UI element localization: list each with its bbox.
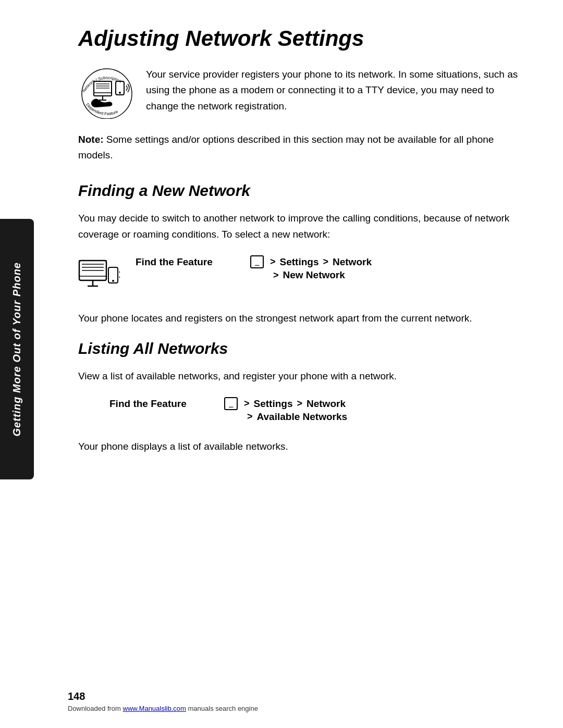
menu-icon-1: ⎯ [250,255,264,268]
intro-text: Your service provider registers your pho… [146,67,521,114]
svg-rect-13 [79,261,106,276]
section1-feature-path: ⎯ > Settings > Network > New Network [250,255,521,281]
section2-path-settings: Settings [254,398,293,410]
download-text: Downloaded from www.Manualslib.com manua… [68,705,521,712]
svg-point-11 [119,92,121,94]
section1-heading: Finding a New Network [78,182,521,200]
svg-rect-3 [94,81,112,96]
page-number: 148 [68,690,521,702]
main-content: Adjusting Network Settings Network / Sub… [78,26,521,454]
sidebar-label: Getting More Out of Your Phone [11,262,23,436]
section2-path-available: Available Networks [257,411,348,423]
svg-point-20 [112,280,114,282]
section1-feature-row: Find the Feature ⎯ > Settings > Network … [78,255,521,294]
section2-find-feature-label: Find the Feature [109,397,224,410]
section2-feature-path: ⎯ > Settings > Network > Available Netwo… [224,397,521,423]
network-subscription-icon: Network / Subscription Dependent Feature [78,67,136,119]
computer-icon-container [78,255,130,294]
section2-body: View a list of available networks, and r… [78,368,521,384]
section1-body: You may decide to switch to another netw… [78,210,521,243]
menu-icon-2: ⎯ [224,397,238,410]
section1-find-feature-label: Find the Feature [136,255,250,268]
section2-path-network: Network [307,398,346,410]
section2-path-line2: > Available Networks [224,411,521,423]
svg-rect-4 [94,81,112,93]
note-section: Note: Some settings and/or options descr… [78,132,521,164]
section1-after-text: Your phone locates and registers on the … [78,310,521,326]
note-label: Note: [78,134,104,145]
intro-section: Network / Subscription Dependent Feature [78,67,521,119]
computer-phone-icon [78,258,120,294]
page-container: Getting More Out of Your Phone Adjusting… [0,0,563,728]
sidebar-tab: Getting More Out of Your Phone [0,219,34,479]
section1-path-network: Network [333,256,372,268]
section1-path-settings: Settings [280,256,319,268]
manualslib-link[interactable]: www.Manualslib.com [123,705,186,712]
section1-path-line2: > New Network [250,269,521,281]
page-footer: 148 Downloaded from www.Manualslib.com m… [68,690,521,712]
section2-after-text: Your phone displays a list of available … [78,438,521,454]
section2-feature-row: Find the Feature ⎯ > Settings > Network … [109,397,521,423]
section2-path-line1: ⎯ > Settings > Network [224,397,521,410]
page-title: Adjusting Network Settings [78,26,521,51]
section2-heading: Listing All Networks [78,340,521,357]
section1-path-new-network: New Network [283,269,345,281]
note-text: Some settings and/or options described i… [78,134,494,161]
section1-path-line1: ⎯ > Settings > Network [250,255,521,268]
